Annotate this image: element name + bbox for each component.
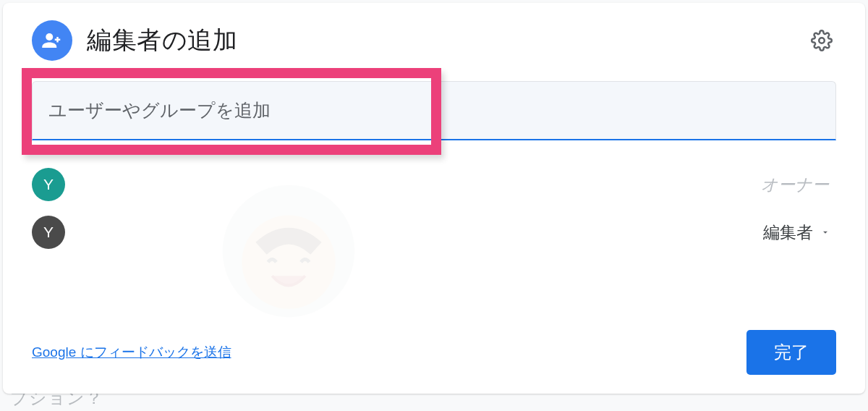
avatar: Y [32, 216, 65, 249]
person-add-icon [32, 20, 72, 61]
role-owner-label: オーナー [761, 174, 829, 196]
user-info [77, 168, 749, 201]
user-row: Y オーナー [32, 161, 836, 208]
done-button[interactable]: 完了 [746, 330, 836, 375]
avatar: Y [32, 168, 65, 201]
input-area [32, 81, 836, 140]
feedback-link[interactable]: Google にフィードバックを送信 [32, 343, 231, 362]
user-list: Y オーナー Y 編集者 [32, 161, 836, 256]
dialog-title: 編集者の追加 [87, 24, 237, 57]
user-row: Y 編集者 [32, 208, 836, 256]
dialog-header: 編集者の追加 [32, 20, 836, 61]
role-editor-label: 編集者 [763, 221, 813, 244]
settings-button[interactable] [807, 26, 836, 55]
gear-icon [811, 30, 833, 51]
dialog-footer: Google にフィードバックを送信 完了 [32, 330, 836, 375]
chevron-down-icon [820, 227, 830, 237]
svg-point-3 [819, 38, 825, 43]
user-info [77, 216, 746, 249]
svg-point-2 [46, 33, 53, 41]
share-dialog: 編集者の追加 Y オーナー Y 編集者 [3, 3, 865, 394]
role-selector[interactable]: 編集者 [757, 217, 836, 248]
add-people-input[interactable] [32, 81, 836, 140]
